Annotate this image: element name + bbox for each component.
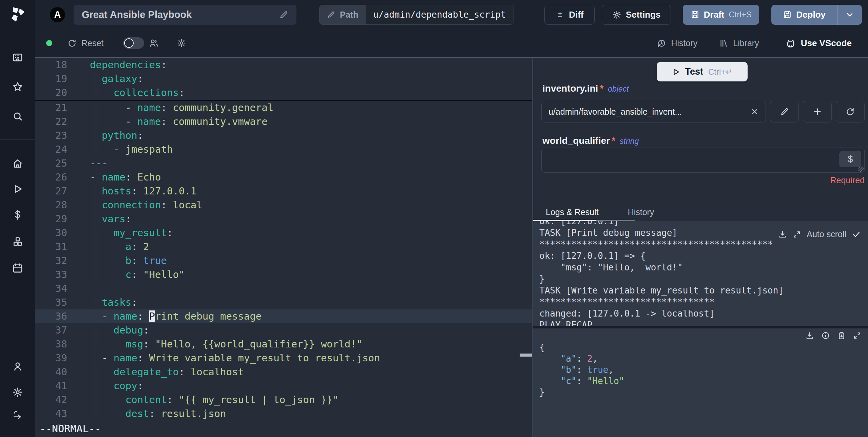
history-button[interactable]: History (657, 38, 697, 48)
path-value: u/admin/dependable_script (366, 5, 513, 24)
code-line-40[interactable]: 40delegate_to: localhost (35, 365, 532, 379)
script-title-input[interactable]: Great Ansible Playbook (74, 5, 296, 25)
variable-picker-button[interactable]: $ (840, 151, 861, 167)
log-line: } (539, 273, 868, 285)
windmill-logo-icon[interactable] (8, 5, 26, 24)
required-error-text: Required (830, 175, 865, 185)
code-line-35[interactable]: 35tasks: (35, 296, 532, 309)
deploy-label: Deploy (796, 10, 826, 20)
expand-icon[interactable] (793, 230, 801, 239)
deploy-dropdown-button[interactable] (837, 5, 862, 25)
schedules-icon[interactable] (12, 263, 23, 273)
code-line-19[interactable]: 19galaxy: (35, 72, 532, 86)
code-line-26[interactable]: 26- name: Echo (35, 170, 532, 184)
code-line-43[interactable]: 43dest: result.json (35, 407, 532, 421)
variables-icon[interactable] (12, 209, 23, 220)
info-icon[interactable] (821, 331, 830, 340)
code-line-30[interactable]: 30my_result: (35, 226, 532, 240)
library-button[interactable]: Library (719, 38, 759, 48)
deploy-button[interactable]: Deploy (771, 5, 837, 25)
gear-icon (612, 10, 621, 19)
diff-mode-toggle[interactable] (123, 37, 144, 49)
code-line-32[interactable]: 32b: true (35, 254, 532, 268)
log-result-divider[interactable] (533, 326, 868, 328)
edit-title-icon[interactable] (279, 10, 288, 19)
refresh-icon (67, 39, 77, 48)
draft-shortcut: Ctrl+S (729, 10, 751, 19)
result-tabs: Logs & Result History (533, 203, 868, 221)
diff-button[interactable]: Diff (544, 5, 595, 25)
path-label: Path (340, 10, 358, 20)
code-line-18[interactable]: 18dependencies: (35, 58, 532, 72)
expand-sidebar-icon[interactable] (12, 410, 23, 421)
code-line-41[interactable]: 41copy: (35, 379, 532, 393)
library-icon (719, 39, 728, 48)
diff-icon (556, 10, 564, 19)
inventory-value-input[interactable] (548, 107, 750, 117)
code-line-29[interactable]: 29vars: (35, 212, 532, 226)
path-widget[interactable]: Path u/admin/dependable_script (319, 5, 514, 25)
home-icon[interactable] (12, 158, 23, 169)
result-json-line: "b": true, (539, 364, 868, 376)
code-line-37[interactable]: 37debug: (35, 323, 532, 337)
log-line: ********************************* (539, 296, 868, 308)
code-line-21[interactable]: 21- name: community.general (35, 101, 532, 115)
code-editor[interactable]: 18dependencies:19galaxy:20collections:21… (35, 58, 532, 437)
code-line-33[interactable]: 33c: "Hello" (35, 268, 532, 282)
code-line-36[interactable]: 36- name: Print debug message (35, 309, 532, 323)
check-icon[interactable] (852, 230, 861, 239)
clipboard-copy-icon[interactable] (837, 331, 846, 340)
workspace-icon[interactable] (12, 52, 23, 63)
editor-settings-gear-icon[interactable] (177, 38, 186, 48)
save-icon (783, 10, 792, 19)
reset-button[interactable]: Reset (67, 38, 103, 48)
edit-resource-button[interactable] (770, 101, 799, 122)
code-line-28[interactable]: 28connection: local (35, 198, 532, 212)
result-json-line: } (539, 387, 868, 398)
tab-history[interactable]: History (628, 207, 654, 217)
runs-icon[interactable] (12, 184, 23, 194)
expand-icon[interactable] (853, 331, 861, 340)
sidebar (0, 0, 35, 437)
code-line-39[interactable]: 39- name: Write variable my_result to re… (35, 351, 532, 365)
code-line-31[interactable]: 31a: 2 (35, 240, 532, 254)
code-line-25[interactable]: 25--- (35, 156, 532, 170)
world-qualifier-input[interactable] (546, 150, 834, 170)
inventory-resource-input[interactable] (541, 101, 766, 122)
draft-button[interactable]: Draft Ctrl+S (683, 5, 759, 25)
preview-panel: Test Ctrl+↵ inventory.ini * object world… (533, 58, 868, 437)
resources-icon[interactable] (12, 236, 23, 247)
code-line-44[interactable]: 44 (35, 421, 532, 435)
vim-mode-indicator: --NORMAL-- (40, 422, 101, 436)
result-toolbar (805, 331, 861, 340)
textarea-resize-handle[interactable] (859, 167, 864, 172)
users-icon[interactable] (149, 38, 159, 48)
clear-icon[interactable] (750, 108, 759, 116)
log-line: "msg": "Hello, world!" (539, 262, 868, 273)
log-line: PLAY RECAP (539, 319, 868, 326)
code-line-42[interactable]: 42content: "{{ my_result | to_json }}" (35, 393, 532, 407)
use-vscode-button[interactable]: Use VScode (786, 38, 852, 49)
split-drag-handle[interactable] (520, 354, 532, 357)
code-line-27[interactable]: 27hosts: 127.0.0.1 (35, 184, 532, 198)
download-icon[interactable] (805, 331, 814, 340)
log-line: ****************************************… (539, 239, 868, 250)
download-icon[interactable] (778, 230, 787, 239)
add-resource-button[interactable] (803, 101, 832, 122)
search-icon[interactable] (12, 111, 23, 122)
tab-logs-result[interactable]: Logs & Result (546, 207, 599, 217)
code-line-22[interactable]: 22- name: community.vmware (35, 115, 532, 129)
code-line-23[interactable]: 23python: (35, 129, 532, 142)
test-button[interactable]: Test Ctrl+↵ (657, 62, 748, 81)
code-line-20[interactable]: 20collections: (35, 86, 532, 100)
user-icon[interactable] (12, 361, 23, 372)
path-edit-segment[interactable]: Path (320, 5, 366, 24)
settings-icon[interactable] (12, 387, 23, 398)
refresh-resource-button[interactable] (836, 101, 865, 122)
star-icon[interactable] (12, 81, 23, 92)
settings-button[interactable]: Settings (602, 5, 671, 25)
code-line-24[interactable]: 24- jmespath (35, 142, 532, 156)
code-line-38[interactable]: 38msg: "Hello, {{world_qualifier}} world… (35, 337, 532, 351)
ansible-logo-icon: A (50, 7, 65, 22)
code-line-34[interactable]: 34 (35, 282, 532, 296)
